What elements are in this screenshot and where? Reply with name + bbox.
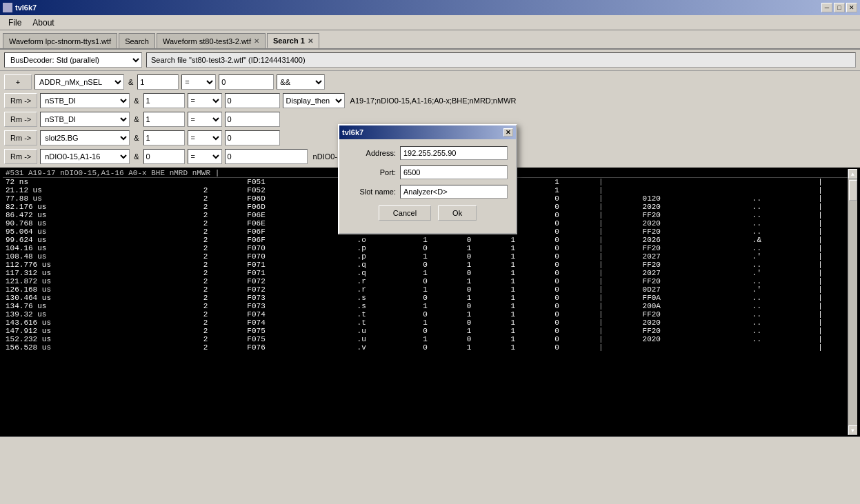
modal-address-label: Address: <box>348 149 396 157</box>
modal-address-input[interactable] <box>400 146 508 160</box>
modal-title-bar: tvl6k7 ✕ <box>339 125 516 139</box>
modal-title: tvl6k7 <box>342 128 363 137</box>
modal-body: Address: Port: Slot name: Cancel Ok <box>339 139 516 233</box>
modal-port-row: Port: <box>348 165 508 179</box>
modal-slot-row: Slot name: <box>348 185 508 199</box>
modal-address-row: Address: <box>348 146 508 160</box>
modal-slot-label: Slot name: <box>348 188 396 196</box>
modal-slot-input[interactable] <box>400 185 508 199</box>
modal-close-button[interactable]: ✕ <box>503 128 513 137</box>
modal-cancel-button[interactable]: Cancel <box>379 205 431 221</box>
modal-port-input[interactable] <box>400 165 508 179</box>
modal-overlay: tvl6k7 ✕ Address: Port: Slot name: Cance… <box>0 0 860 504</box>
modal-dialog: tvl6k7 ✕ Address: Port: Slot name: Cance… <box>338 124 517 234</box>
modal-port-label: Port: <box>348 168 396 177</box>
modal-buttons: Cancel Ok <box>348 205 508 226</box>
modal-ok-button[interactable]: Ok <box>438 205 477 221</box>
